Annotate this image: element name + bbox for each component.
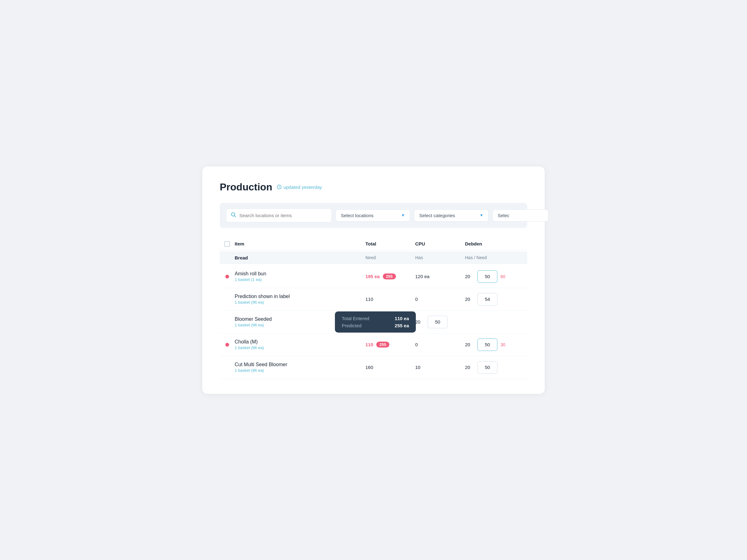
updated-badge: updated yesterday	[277, 185, 322, 190]
table-header: Item Total CPU Debden	[220, 238, 527, 250]
debden-has: 20	[465, 342, 474, 347]
row-dot-cell	[220, 366, 235, 369]
tooltip-row: Total Entered 110 ea	[342, 316, 409, 321]
debden-cell: 20 60	[465, 270, 527, 283]
debden-cell: 20 30	[465, 339, 527, 351]
search-input[interactable]	[239, 213, 327, 218]
search-wrapper	[226, 209, 332, 222]
cpu-cell: 0	[415, 342, 465, 347]
select-extra-label: Selec	[498, 213, 510, 218]
debden-has: 20	[415, 319, 424, 324]
select-all-checkbox[interactable]	[225, 241, 230, 247]
total-value: 110	[365, 296, 373, 302]
item-sub: 1 basket (96 ea)	[235, 345, 365, 350]
qty-input[interactable]	[478, 339, 497, 351]
table-row: Bloomer Seeded 1 basket (96 ea) Total En…	[220, 311, 527, 334]
status-dot-empty	[225, 366, 229, 369]
header-checkbox-cell	[220, 241, 235, 247]
qty-input[interactable]	[478, 293, 497, 305]
section-bread-total: Need	[365, 255, 415, 260]
item-name: Cholla (M)	[235, 339, 365, 345]
cpu-cell: 10	[415, 365, 465, 370]
total-value: 195 ea	[365, 274, 380, 279]
item-info: Cholla (M) 1 basket (96 ea)	[235, 339, 365, 350]
search-icon	[231, 212, 236, 219]
item-sub: 1 basket (96 ea)	[235, 368, 365, 373]
select-locations-dropdown[interactable]: Select locations ▼	[336, 209, 410, 221]
tooltip-value: 110 ea	[395, 316, 409, 321]
debden-has: 20	[465, 365, 474, 370]
updated-label: updated yesterday	[284, 185, 322, 190]
table-container: Item Total CPU Debden Bread Need Has Has…	[220, 238, 527, 379]
main-card: Production updated yesterday Select loca…	[202, 166, 545, 394]
qty-input[interactable]	[428, 316, 447, 328]
prediction-badge: 255	[383, 273, 396, 279]
cpu-cell: 0	[415, 296, 465, 302]
total-value: 110	[365, 342, 373, 347]
page-header: Production updated yesterday	[220, 181, 527, 193]
total-value: 160	[365, 365, 373, 370]
select-categories-label: Select categories	[419, 213, 455, 218]
cpu-cell: 120 ea	[415, 274, 465, 279]
tooltip-box: Total Entered 110 ea Predicted 255 ea	[335, 312, 416, 332]
debden-cell: 20	[465, 293, 527, 305]
debden-has: 20	[465, 274, 474, 279]
total-cell: 110 255	[365, 342, 415, 348]
svg-line-2	[235, 216, 236, 217]
table-row: Amish roll bun 1 basket (1 ea) 195 ea 25…	[220, 265, 527, 288]
select-extra-dropdown[interactable]: Selec	[492, 209, 548, 221]
total-cell: 110	[365, 296, 415, 302]
item-info: Cut Multi Seed Bloomer 1 basket (96 ea)	[235, 362, 365, 373]
total-cell: 160	[365, 365, 415, 370]
status-dot-empty	[225, 297, 229, 301]
page-title: Production	[220, 181, 272, 193]
table-row: Prediction shown in label 1 basket (96 e…	[220, 288, 527, 311]
tooltip-row: Predicted 255 ea	[342, 323, 409, 328]
row-dot-cell	[220, 275, 235, 278]
row-dot-cell	[220, 320, 235, 324]
filters-bar: Select locations ▼ Select categories ▼ S…	[220, 203, 527, 228]
col-item: Item	[235, 241, 365, 246]
table-row: Cut Multi Seed Bloomer 1 basket (96 ea) …	[220, 356, 527, 379]
debden-has: 20	[465, 296, 474, 302]
tooltip-label: Total Entered	[342, 316, 369, 321]
clock-icon	[277, 185, 282, 189]
qty-extra: 60	[500, 274, 506, 279]
dropdown-arrow-categories: ▼	[480, 213, 483, 217]
tooltip-value: 255 ea	[395, 323, 409, 328]
tooltip-label: Predicted	[342, 323, 361, 328]
section-bread-cpu: Has	[415, 255, 465, 260]
qty-extra: 30	[500, 342, 506, 347]
section-bread-label: Bread	[235, 255, 365, 260]
table-row: Cholla (M) 1 basket (96 ea) 110 255 0 20…	[220, 334, 527, 356]
prediction-badge: 255	[376, 342, 389, 348]
item-name: Prediction shown in label	[235, 294, 365, 299]
debden-cell: 20	[415, 316, 465, 328]
qty-input[interactable]	[478, 361, 497, 374]
col-cpu: CPU	[415, 241, 465, 246]
select-locations-label: Select locations	[341, 213, 374, 218]
item-sub: 1 basket (96 ea)	[235, 300, 365, 304]
debden-cell: 20	[465, 361, 527, 374]
item-name: Amish roll bun	[235, 271, 365, 276]
status-dot-red	[225, 275, 229, 278]
status-dot-red	[225, 343, 229, 347]
total-cell: 195 ea 255	[365, 273, 415, 279]
section-bread-debden: Has / Need	[465, 255, 527, 260]
col-total: Total	[365, 241, 415, 246]
select-categories-dropdown[interactable]: Select categories ▼	[414, 209, 489, 221]
item-name: Cut Multi Seed Bloomer	[235, 362, 365, 367]
item-info: Prediction shown in label 1 basket (96 e…	[235, 294, 365, 304]
item-info: Amish roll bun 1 basket (1 ea)	[235, 271, 365, 282]
item-sub: 1 basket (1 ea)	[235, 277, 365, 282]
section-bread: Bread Need Has Has / Need	[220, 251, 527, 264]
col-debden: Debden	[465, 241, 527, 246]
status-dot-empty	[225, 320, 229, 324]
dropdown-arrow-locations: ▼	[401, 213, 405, 217]
qty-input[interactable]	[478, 270, 497, 283]
row-dot-cell	[220, 297, 235, 301]
row-dot-cell	[220, 343, 235, 347]
